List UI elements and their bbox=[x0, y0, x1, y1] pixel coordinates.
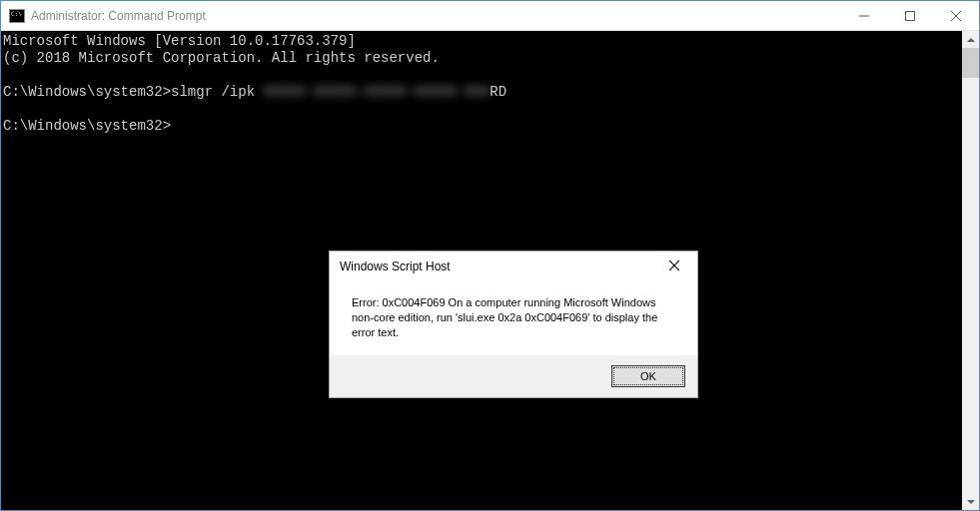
dialog-message: Error: 0xC004F069 On a computer running … bbox=[330, 281, 697, 355]
cmd-icon bbox=[9, 9, 25, 23]
dialog-close-button[interactable] bbox=[657, 253, 691, 278]
scroll-up-button[interactable] bbox=[962, 31, 979, 48]
window-controls bbox=[841, 1, 979, 30]
maximize-button[interactable] bbox=[887, 1, 933, 30]
titlebar[interactable]: Administrator: Command Prompt bbox=[1, 1, 979, 31]
ok-button[interactable]: OK bbox=[611, 365, 685, 387]
vertical-scrollbar[interactable] bbox=[962, 31, 979, 510]
console-command: slmgr /ipk bbox=[171, 84, 263, 100]
console-prompt: C:\Windows\system32> bbox=[3, 84, 171, 100]
console-line: Microsoft Windows [Version 10.0.17763.37… bbox=[3, 33, 356, 49]
minimize-button[interactable] bbox=[841, 1, 887, 30]
scroll-track[interactable] bbox=[962, 48, 979, 493]
close-button[interactable] bbox=[933, 1, 979, 30]
console-line: (c) 2018 Microsoft Corporation. All righ… bbox=[3, 50, 440, 66]
dialog-footer: OK bbox=[330, 355, 697, 397]
scroll-thumb[interactable] bbox=[962, 48, 979, 78]
console-prompt: C:\Windows\system32> bbox=[3, 118, 171, 134]
svg-marker-5 bbox=[967, 500, 975, 504]
command-prompt-window: Administrator: Command Prompt Microsoft … bbox=[0, 0, 980, 511]
window-title: Administrator: Command Prompt bbox=[31, 9, 841, 23]
scroll-down-button[interactable] bbox=[962, 493, 979, 510]
dialog-title: Windows Script Host bbox=[340, 259, 657, 273]
console-command-suffix: RD bbox=[490, 84, 506, 100]
svg-marker-4 bbox=[967, 38, 975, 42]
error-dialog: Windows Script Host Error: 0xC004F069 On… bbox=[329, 251, 698, 398]
svg-rect-1 bbox=[906, 11, 915, 20]
redacted-key: XXXXX-XXXXX-XXXXX-XXXXX-XXX bbox=[263, 84, 490, 100]
dialog-titlebar[interactable]: Windows Script Host bbox=[330, 252, 697, 281]
